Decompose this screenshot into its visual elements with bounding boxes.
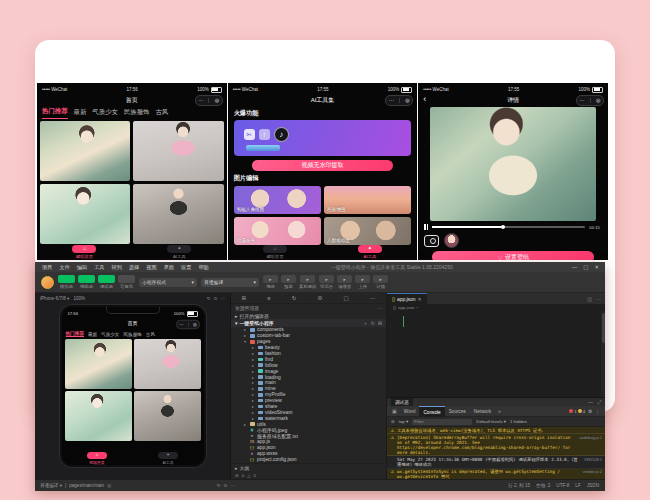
menu-item[interactable]: 视图 [143, 264, 159, 271]
source-reference[interactable]: asdebug.js:1 [579, 435, 602, 455]
toolbar-action-button[interactable]: ▸ 切后台 [319, 275, 334, 289]
simulator-tool-icon[interactable]: ↻ [207, 296, 211, 301]
avatar[interactable] [444, 233, 459, 248]
video-extract-button[interactable]: 视频无水印提取 [252, 160, 394, 171]
video-extract-banner[interactable]: ✂ ↑ ♪ [234, 120, 412, 156]
panel-toggle-button[interactable]: 编辑器 [78, 275, 95, 289]
debugger-tab[interactable]: 调试器 [391, 398, 413, 406]
inspect-icon[interactable]: ▣ [390, 408, 399, 414]
explorer-tool-icon[interactable]: ⚙ [317, 295, 322, 301]
back-icon[interactable]: ‹ [423, 94, 426, 104]
open-editors-section[interactable]: ▸ 打开的编辑器 [231, 312, 386, 319]
wallpaper-thumbnail[interactable] [133, 121, 223, 181]
editor-tool-icon[interactable]: ◫ [587, 296, 592, 302]
category-tab[interactable]: 民族服饰 [123, 332, 141, 337]
current-page-path[interactable]: pages/main/main [69, 483, 104, 488]
tab-bar-item[interactable]: ✦ AI工具 [323, 243, 418, 260]
explorer-tool-icon[interactable]: ↻ [292, 295, 297, 301]
tab-bar-item[interactable]: ⌂ 壁纸首页 [37, 243, 132, 260]
devtools-tab[interactable]: Sources [445, 406, 470, 416]
wallpaper-thumbnail[interactable] [65, 391, 132, 441]
progress-bar[interactable] [432, 226, 585, 228]
category-tab[interactable]: 民族服饰 [124, 108, 150, 119]
pause-icon[interactable] [424, 224, 428, 230]
tab-bar-item[interactable]: ✦ AI工具 [132, 243, 227, 260]
more-tabs-icon[interactable]: » [496, 408, 503, 414]
wechat-capsule[interactable]: ⋯ ◎ [385, 95, 413, 106]
simulator-tool-icon[interactable]: ⊙ [214, 296, 218, 301]
wallpaper-thumbnail[interactable] [40, 121, 130, 181]
simulator-tool-icon[interactable]: ⋯ [220, 296, 225, 301]
devtools-tab[interactable]: Wxml [400, 406, 420, 416]
more-icon[interactable]: ⋯ [377, 306, 382, 311]
toolbar-action-button[interactable]: ▸ 清缓存 [337, 275, 352, 289]
explorer-tool-icon[interactable]: ⋯ [370, 295, 376, 301]
tab-bar-item[interactable]: ⌂ 壁纸首页 [228, 243, 323, 260]
image-edit-card[interactable]: 智能人像抠图 [234, 186, 321, 214]
progress-handle[interactable] [501, 225, 505, 229]
target-icon[interactable]: ◎ [405, 98, 409, 103]
page-path-icon[interactable]: ◎ [107, 483, 111, 488]
image-edit-card[interactable]: 人脸相似度 [324, 217, 411, 245]
status-tool-icon[interactable]: ↻ [217, 483, 221, 488]
source-reference[interactable]: vendor.js:2 [583, 469, 602, 479]
wallpaper-thumbnail[interactable] [134, 391, 201, 441]
category-tab[interactable]: 气质少女 [92, 108, 118, 119]
context-dropdown[interactable]: top ▾ [399, 419, 409, 424]
category-tab[interactable]: 最新 [88, 332, 97, 337]
user-avatar[interactable] [41, 276, 54, 289]
outline-section[interactable]: ▸ 大纲 [231, 464, 386, 472]
menu-item[interactable]: 工具 [91, 264, 107, 271]
code-editor[interactable] [387, 311, 605, 397]
zoom-level[interactable]: 100% [73, 296, 85, 301]
clear-console-icon[interactable]: ⊘ [391, 419, 395, 424]
toolbar-action-button[interactable]: ▸ 真机调试 [299, 275, 316, 289]
explorer-tool-icon[interactable]: ▢ [344, 295, 349, 301]
wallpaper-preview[interactable] [430, 107, 596, 221]
image-edit-card[interactable]: 动漫化身 [234, 217, 321, 245]
wallpaper-thumbnail[interactable] [40, 184, 130, 244]
target-icon[interactable]: ◎ [596, 98, 600, 103]
menu-item[interactable]: 项目 [39, 264, 55, 271]
category-tab[interactable]: 古风 [146, 332, 155, 337]
panel-toggle-button[interactable]: 调试器 [98, 275, 115, 289]
explorer-tool-icon[interactable]: ≡ [267, 295, 270, 301]
editor-tab-appjson[interactable]: {} app.json ✕ [387, 293, 427, 304]
menu-item[interactable]: 界面 [161, 264, 177, 271]
panel-toggle-button[interactable]: 模拟器 [58, 275, 75, 289]
status-tool-icon[interactable]: ⊙ [224, 483, 228, 488]
wechat-capsule[interactable]: ⋯ ◎ [195, 95, 223, 106]
explorer-tool-icon[interactable]: ⊞ [242, 295, 247, 301]
problems-counter[interactable]: ⊘ 0 △ 0 [231, 472, 386, 479]
toolbar-action-button[interactable]: ▸ 预览 [281, 275, 296, 289]
explorer-action-icon[interactable]: ↻ [371, 320, 375, 326]
camera-icon[interactable] [424, 235, 439, 247]
wechat-capsule[interactable]: ⋯ ◎ [176, 320, 200, 329]
menu-item[interactable]: 转到 [109, 264, 125, 271]
breadcrumb[interactable]: {} app.json › [387, 304, 605, 311]
explorer-action-icon[interactable]: ⊟ [378, 320, 382, 326]
menu-item[interactable]: 编辑 [74, 264, 90, 271]
more-icon[interactable]: ⋯ [580, 98, 585, 103]
editor-scrollbar[interactable] [601, 311, 605, 397]
target-icon[interactable]: ◎ [193, 322, 197, 326]
wallpaper-thumbnail[interactable] [65, 339, 132, 389]
more-icon[interactable]: ⋯ [389, 98, 394, 103]
menu-item[interactable]: 设置 [178, 264, 194, 271]
wechat-capsule[interactable]: ⋯ ◎ [576, 95, 604, 106]
devtools-menu-icon[interactable]: ⚙ [588, 409, 592, 414]
compile-mode-status[interactable]: 普通编译 ▾ [40, 483, 62, 488]
more-icon[interactable]: ⋯ [198, 98, 203, 103]
toolbar-action-button[interactable]: ▸ 详情 [373, 275, 388, 289]
pane-control-icon[interactable]: ⤢ [597, 399, 601, 406]
category-tab[interactable]: 气质少女 [101, 332, 119, 337]
tab-bar-item[interactable]: ⌂ 壁纸首页 [62, 451, 133, 465]
devtools-menu-icon[interactable]: ⋮ [595, 409, 600, 414]
toolbar-action-button[interactable]: ▸ 编译 [263, 275, 278, 289]
close-icon[interactable]: ✕ [418, 296, 422, 302]
devtools-tab[interactable]: Network [470, 406, 495, 416]
mode-dropdown[interactable]: 小程序模式▾ [139, 278, 197, 287]
window-control-icon[interactable]: — [572, 264, 578, 270]
project-root-row[interactable]: ▾ 一键壁纸小程序 ＋↻⊟ [231, 319, 386, 327]
category-tab[interactable]: 热门推荐 [42, 107, 68, 119]
